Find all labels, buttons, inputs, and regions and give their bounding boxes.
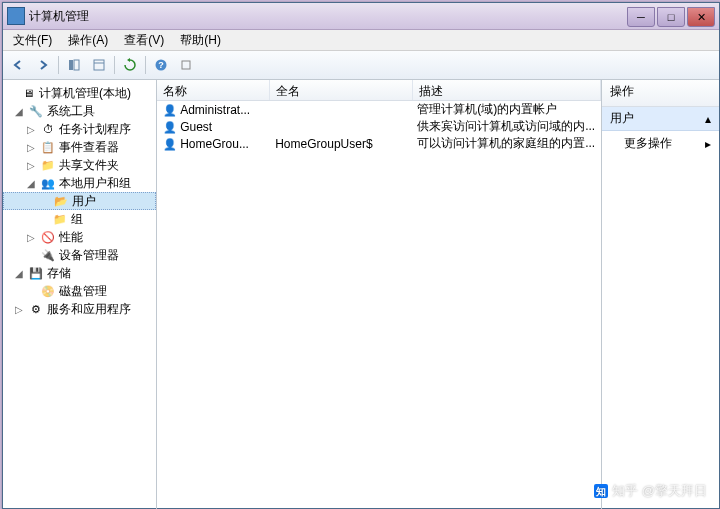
close-button[interactable]: ✕ [687,7,715,27]
user-icon: 👤 [163,121,177,133]
menu-view[interactable]: 查看(V) [116,30,172,51]
properties-button[interactable] [87,53,111,77]
svg-rect-1 [74,60,79,70]
tree-task-scheduler[interactable]: ▷⏱任务计划程序 [3,120,156,138]
tree-event-viewer[interactable]: ▷📋事件查看器 [3,138,156,156]
user-icon: 👤 [163,138,177,150]
user-row[interactable]: 👤HomeGrou...HomeGroupUser$可以访问计算机的家庭组的内置… [157,135,601,152]
list-pane: 名称 全名 描述 👤Administrat...管理计算机(域)的内置帐户👤Gu… [157,80,602,509]
window-title: 计算机管理 [29,8,625,25]
minimize-button[interactable]: ─ [627,7,655,27]
tree-services-apps[interactable]: ▷⚙服务和应用程序 [3,300,156,318]
actions-pane: 操作 用户▴ 更多操作▸ [602,80,719,509]
svg-rect-6 [182,61,190,69]
tree-shared-folders[interactable]: ▷📁共享文件夹 [3,156,156,174]
titlebar[interactable]: 计算机管理 ─ □ ✕ [3,3,719,30]
zhihu-icon: 知 [594,484,608,498]
actions-more[interactable]: 更多操作▸ [602,131,719,156]
tree-disk-management[interactable]: 📀磁盘管理 [3,282,156,300]
maximize-button[interactable]: □ [657,7,685,27]
tree-local-users-groups[interactable]: ◢👥本地用户和组 [3,174,156,192]
tree-device-manager[interactable]: 🔌设备管理器 [3,246,156,264]
tree-groups[interactable]: 📁组 [3,210,156,228]
svg-text:?: ? [158,60,164,70]
user-icon: 👤 [163,104,177,116]
col-desc[interactable]: 描述 [413,80,601,100]
menubar: 文件(F) 操作(A) 查看(V) 帮助(H) [3,30,719,51]
chevron-right-icon: ▸ [705,137,711,151]
list-body[interactable]: 👤Administrat...管理计算机(域)的内置帐户👤Guest供来宾访问计… [157,101,601,509]
tree-performance[interactable]: ▷🚫性能 [3,228,156,246]
show-hide-tree-button[interactable] [62,53,86,77]
svg-rect-2 [94,60,104,70]
tree-pane[interactable]: 🖥计算机管理(本地) ◢🔧系统工具 ▷⏱任务计划程序 ▷📋事件查看器 ▷📁共享文… [3,80,157,509]
collapse-icon: ▴ [705,112,711,126]
help-button[interactable]: ? [149,53,173,77]
tree-users[interactable]: 📂用户 [3,192,156,210]
tree-system-tools[interactable]: ◢🔧系统工具 [3,102,156,120]
actions-header: 操作 [602,80,719,107]
user-row[interactable]: 👤Administrat...管理计算机(域)的内置帐户 [157,101,601,118]
actions-group-users[interactable]: 用户▴ [602,107,719,131]
menu-file[interactable]: 文件(F) [5,30,60,51]
user-row[interactable]: 👤Guest供来宾访问计算机或访问域的内... [157,118,601,135]
col-fullname[interactable]: 全名 [270,80,413,100]
list-header: 名称 全名 描述 [157,80,601,101]
content-area: 🖥计算机管理(本地) ◢🔧系统工具 ▷⏱任务计划程序 ▷📋事件查看器 ▷📁共享文… [3,80,719,509]
watermark: 知 知乎 @擎天拜日 [594,482,707,500]
toolbar: ? [3,51,719,80]
menu-help[interactable]: 帮助(H) [172,30,229,51]
svg-text:知: 知 [595,486,606,497]
menu-action[interactable]: 操作(A) [60,30,116,51]
tree-root[interactable]: 🖥计算机管理(本地) [3,84,156,102]
forward-button[interactable] [31,53,55,77]
tree-storage[interactable]: ◢💾存储 [3,264,156,282]
refresh-button[interactable] [118,53,142,77]
app-icon [7,7,25,25]
export-button[interactable] [174,53,198,77]
svg-rect-0 [69,60,73,70]
back-button[interactable] [6,53,30,77]
app-window: 计算机管理 ─ □ ✕ 文件(F) 操作(A) 查看(V) 帮助(H) ? 🖥计… [2,2,720,509]
col-name[interactable]: 名称 [157,80,270,100]
